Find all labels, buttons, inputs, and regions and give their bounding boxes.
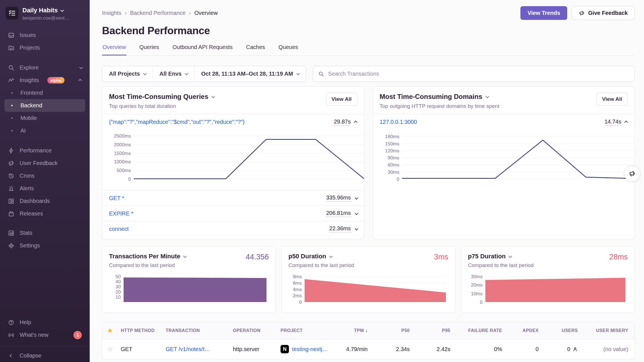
domain-link[interactable]: 127.0.0.1:3000: [380, 119, 417, 125]
starred-column-icon[interactable]: ★: [107, 327, 113, 334]
panel-subtitle: Top queries by total duration: [109, 103, 214, 109]
bullet-icon: [11, 105, 13, 106]
svg-text:30ms: 30ms: [388, 170, 399, 175]
view-all-button[interactable]: View All: [596, 93, 628, 106]
query-total-duration[interactable]: 22.36ms: [329, 225, 351, 233]
chevron-up-icon[interactable]: [354, 121, 357, 124]
sidebar-item-mobile[interactable]: Mobile: [4, 112, 85, 124]
chevron-up-icon: [78, 79, 82, 83]
sidebar-item-issues[interactable]: Issues: [4, 29, 85, 41]
query-total-duration[interactable]: 335.96ms: [326, 194, 351, 202]
sidebar-item-label: Crons: [20, 173, 34, 179]
col-tpm[interactable]: TPM ↓: [334, 328, 374, 333]
svg-text:40: 40: [115, 279, 121, 284]
sidebar-item-insights[interactable]: Insights alpha: [4, 74, 85, 87]
tab-queries[interactable]: Queries: [139, 44, 159, 55]
p50-chart: 8ms6ms4ms2ms0: [288, 272, 448, 305]
search-input[interactable]: [328, 71, 629, 77]
query-link[interactable]: {"map":"?","mapReduce":"$cmd","out":"?",…: [109, 119, 245, 125]
environment-filter-dropdown[interactable]: All Envs: [152, 66, 194, 82]
chevron-down-icon[interactable]: [355, 211, 358, 215]
col-p50[interactable]: P50: [374, 328, 416, 333]
sidebar-item-explore[interactable]: Explore: [4, 61, 85, 74]
query-total-duration[interactable]: 206.81ms: [326, 210, 351, 217]
date-range-dropdown[interactable]: Oct 28, 11:13 AM–Oct 28, 11:19 AM: [194, 66, 306, 82]
svg-text:90ms: 90ms: [388, 155, 399, 161]
sidebar-item-backend[interactable]: Backend: [4, 99, 85, 112]
chevron-down-icon[interactable]: [355, 227, 358, 230]
sidebar-item-help[interactable]: Help: [4, 316, 85, 329]
table-header-row: ★ HTTP METHOD TRANSACTION OPERATION PROJ…: [102, 322, 634, 339]
chevron-down-icon: [509, 254, 512, 258]
breadcrumb: Insights › Backend Performance › Overvie…: [102, 10, 218, 17]
floating-feedback-button[interactable]: [624, 166, 640, 182]
sidebar-item-dashboards[interactable]: Dashboards: [4, 195, 85, 207]
sidebar-item-label: Projects: [20, 45, 40, 51]
svg-text:2ms: 2ms: [293, 293, 302, 298]
chevron-down-icon[interactable]: [355, 196, 358, 199]
query-total-duration[interactable]: 29.87s: [334, 119, 351, 126]
projects-icon: [8, 45, 15, 51]
svg-text:120ms: 120ms: [385, 148, 399, 154]
query-link[interactable]: EXPIRE *: [109, 210, 133, 217]
breadcrumb-separator-icon: ›: [189, 10, 191, 17]
insights-icon: [8, 77, 15, 84]
svg-text:500ms: 500ms: [117, 168, 131, 173]
breadcrumb-backend-performance[interactable]: Backend Performance: [130, 10, 186, 16]
col-transaction[interactable]: TRANSACTION: [163, 328, 230, 333]
col-user-misery[interactable]: USER MISERY: [584, 328, 634, 333]
view-all-button[interactable]: View All: [326, 93, 357, 106]
org-switcher[interactable]: Daily Habits benjamin.coe@sent…: [4, 7, 85, 21]
sidebar-item-releases[interactable]: Releases: [4, 207, 85, 220]
col-p95[interactable]: P95: [416, 328, 457, 333]
col-http-method[interactable]: HTTP METHOD: [118, 328, 163, 333]
sidebar-item-frontend[interactable]: Frontend: [4, 87, 85, 99]
bullet-icon: [11, 117, 13, 119]
search-transactions-box: [313, 66, 635, 82]
project-filter-dropdown[interactable]: All Projects: [102, 66, 152, 82]
tab-queues[interactable]: Queues: [278, 44, 299, 55]
col-apdex[interactable]: APDEX: [508, 328, 545, 333]
transactions-per-minute-card: Transactions Per Minute Compared to the …: [102, 246, 276, 313]
svg-text:20: 20: [115, 289, 121, 295]
tab-caches[interactable]: Caches: [245, 44, 266, 55]
tab-outbound-api-requests[interactable]: Outbound API Requests: [172, 44, 233, 55]
table-row: ☆ GET GET /v1/notes/t… http.server N tes…: [102, 339, 634, 359]
clock-icon: [8, 173, 15, 179]
sidebar-item-projects[interactable]: Projects: [4, 41, 85, 54]
give-feedback-button[interactable]: Give Feedback: [572, 6, 635, 20]
svg-text:2000ms: 2000ms: [114, 142, 131, 147]
col-failure-rate[interactable]: FAILURE RATE: [457, 328, 508, 333]
query-link[interactable]: connect: [109, 226, 129, 232]
query-link[interactable]: GET *: [109, 195, 124, 201]
chevron-up-icon[interactable]: [624, 121, 628, 124]
star-toggle-icon[interactable]: ☆: [107, 345, 113, 353]
megaphone-icon: [629, 170, 636, 177]
sidebar-item-crons[interactable]: Crons: [4, 170, 85, 182]
col-operation[interactable]: OPERATION: [230, 328, 278, 333]
domain-time-spent[interactable]: 14.74s: [604, 119, 621, 126]
sidebar-item-stats[interactable]: Stats: [4, 227, 85, 239]
panel-title[interactable]: Most Time-Consuming Domains: [380, 93, 482, 101]
sidebar-item-ai[interactable]: AI: [4, 124, 85, 137]
sidebar-collapse-button[interactable]: Collapse: [4, 349, 85, 362]
col-users[interactable]: USERS: [545, 328, 584, 333]
sidebar-item-user-feedback[interactable]: User Feedback: [4, 157, 85, 170]
view-trends-button[interactable]: View Trends: [520, 6, 567, 20]
svg-text:30: 30: [115, 284, 121, 289]
chevron-down-icon: [60, 8, 64, 12]
svg-text:10ms: 10ms: [471, 291, 483, 296]
panel-title[interactable]: Most Time-Consuming Queries: [109, 93, 208, 101]
sidebar-item-settings[interactable]: Settings: [4, 239, 85, 252]
sidebar-item-alerts[interactable]: Alerts: [4, 182, 85, 195]
project-link[interactable]: testing-nextj…: [292, 346, 328, 352]
tab-overview[interactable]: Overview: [102, 44, 126, 55]
breadcrumb-insights[interactable]: Insights: [102, 10, 121, 16]
sidebar-item-label: Issues: [20, 32, 36, 38]
transaction-link[interactable]: GET /v1/notes/t…: [166, 346, 210, 352]
megaphone-icon: [8, 160, 15, 167]
col-project[interactable]: PROJECT: [278, 328, 334, 333]
sidebar-item-performance[interactable]: Performance: [4, 144, 85, 157]
nextjs-project-icon: N: [281, 345, 289, 353]
sidebar-item-whats-new[interactable]: What's new 1: [4, 329, 85, 341]
